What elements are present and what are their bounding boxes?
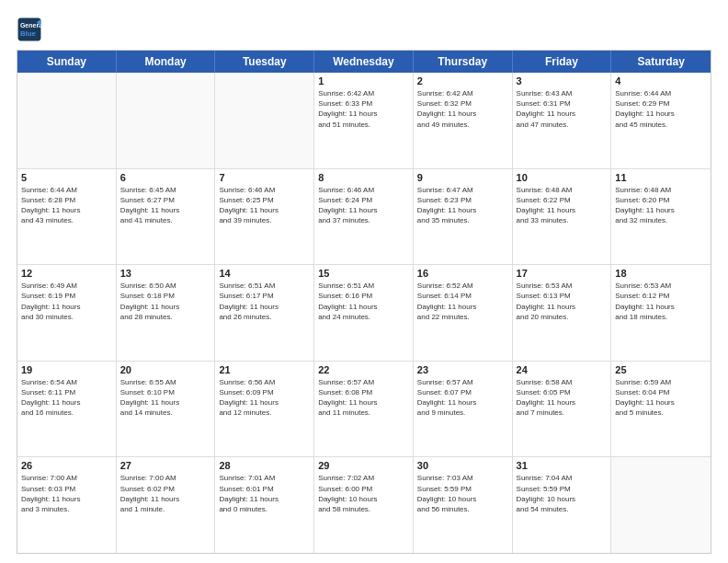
day-info: Sunrise: 6:46 AM Sunset: 6:24 PM Dayligh… bbox=[318, 185, 409, 226]
day-number: 13 bbox=[120, 268, 211, 279]
day-number: 8 bbox=[318, 172, 409, 183]
day-cell: 15Sunrise: 6:51 AM Sunset: 6:16 PM Dayli… bbox=[314, 265, 414, 361]
week-row: 19Sunrise: 6:54 AM Sunset: 6:11 PM Dayli… bbox=[17, 362, 711, 458]
week-row: 5Sunrise: 6:44 AM Sunset: 6:28 PM Daylig… bbox=[17, 169, 711, 266]
day-cell: 19Sunrise: 6:54 AM Sunset: 6:11 PM Dayli… bbox=[17, 362, 117, 457]
header: General Blue bbox=[17, 17, 711, 42]
day-cell: 26Sunrise: 7:00 AM Sunset: 6:03 PM Dayli… bbox=[17, 457, 117, 553]
page: General Blue SundayMondayTuesdayWednesda… bbox=[0, 0, 728, 563]
day-number: 11 bbox=[615, 172, 707, 183]
day-cell: 9Sunrise: 6:47 AM Sunset: 6:23 PM Daylig… bbox=[414, 169, 513, 265]
calendar: SundayMondayTuesdayWednesdayThursdayFrid… bbox=[17, 50, 711, 554]
day-number: 14 bbox=[219, 268, 310, 279]
week-row: 12Sunrise: 6:49 AM Sunset: 6:19 PM Dayli… bbox=[17, 265, 711, 362]
day-header: Thursday bbox=[414, 51, 513, 73]
day-info: Sunrise: 6:52 AM Sunset: 6:14 PM Dayligh… bbox=[417, 281, 508, 322]
day-cell: 6Sunrise: 6:45 AM Sunset: 6:27 PM Daylig… bbox=[117, 169, 216, 265]
day-number: 28 bbox=[219, 460, 310, 471]
day-info: Sunrise: 6:51 AM Sunset: 6:16 PM Dayligh… bbox=[318, 281, 409, 322]
day-number: 26 bbox=[21, 460, 112, 471]
day-cell: 21Sunrise: 6:56 AM Sunset: 6:09 PM Dayli… bbox=[215, 362, 314, 457]
day-number: 25 bbox=[615, 364, 707, 375]
day-cell: 20Sunrise: 6:55 AM Sunset: 6:10 PM Dayli… bbox=[117, 362, 216, 457]
day-info: Sunrise: 6:42 AM Sunset: 6:33 PM Dayligh… bbox=[318, 88, 409, 130]
day-number: 20 bbox=[120, 364, 211, 375]
day-cell: 3Sunrise: 6:43 AM Sunset: 6:31 PM Daylig… bbox=[513, 73, 612, 168]
day-info: Sunrise: 6:43 AM Sunset: 6:31 PM Dayligh… bbox=[517, 88, 608, 130]
day-cell: 1Sunrise: 6:42 AM Sunset: 6:33 PM Daylig… bbox=[314, 73, 414, 168]
day-info: Sunrise: 6:47 AM Sunset: 6:23 PM Dayligh… bbox=[417, 185, 508, 226]
day-info: Sunrise: 6:55 AM Sunset: 6:10 PM Dayligh… bbox=[120, 377, 211, 419]
day-cell: 22Sunrise: 6:57 AM Sunset: 6:08 PM Dayli… bbox=[314, 362, 414, 457]
svg-text:Blue: Blue bbox=[20, 29, 37, 38]
day-number: 15 bbox=[318, 268, 409, 279]
day-info: Sunrise: 7:03 AM Sunset: 5:59 PM Dayligh… bbox=[417, 473, 508, 514]
day-number: 5 bbox=[21, 172, 112, 183]
day-cell: 10Sunrise: 6:48 AM Sunset: 6:22 PM Dayli… bbox=[513, 169, 612, 265]
day-number: 2 bbox=[417, 75, 508, 86]
day-cell: 18Sunrise: 6:53 AM Sunset: 6:12 PM Dayli… bbox=[611, 265, 711, 361]
day-header: Saturday bbox=[611, 51, 711, 73]
day-info: Sunrise: 6:59 AM Sunset: 6:04 PM Dayligh… bbox=[615, 377, 707, 419]
day-info: Sunrise: 7:01 AM Sunset: 6:01 PM Dayligh… bbox=[219, 473, 310, 514]
day-info: Sunrise: 6:57 AM Sunset: 6:08 PM Dayligh… bbox=[318, 377, 409, 419]
day-number: 22 bbox=[318, 364, 409, 375]
day-number: 10 bbox=[517, 172, 608, 183]
day-info: Sunrise: 6:54 AM Sunset: 6:11 PM Dayligh… bbox=[21, 377, 112, 419]
calendar-body: 1Sunrise: 6:42 AM Sunset: 6:33 PM Daylig… bbox=[17, 73, 711, 553]
day-cell: 5Sunrise: 6:44 AM Sunset: 6:28 PM Daylig… bbox=[17, 169, 117, 265]
day-number: 18 bbox=[615, 268, 707, 279]
day-cell: 28Sunrise: 7:01 AM Sunset: 6:01 PM Dayli… bbox=[215, 457, 314, 553]
day-header: Friday bbox=[513, 51, 612, 73]
day-info: Sunrise: 6:58 AM Sunset: 6:05 PM Dayligh… bbox=[517, 377, 608, 419]
day-header: Sunday bbox=[17, 51, 117, 73]
day-info: Sunrise: 6:53 AM Sunset: 6:13 PM Dayligh… bbox=[517, 281, 608, 322]
day-cell: 30Sunrise: 7:03 AM Sunset: 5:59 PM Dayli… bbox=[414, 457, 513, 553]
day-info: Sunrise: 7:00 AM Sunset: 6:03 PM Dayligh… bbox=[21, 473, 112, 514]
day-number: 16 bbox=[417, 268, 508, 279]
day-cell: 25Sunrise: 6:59 AM Sunset: 6:04 PM Dayli… bbox=[611, 362, 711, 457]
day-info: Sunrise: 6:57 AM Sunset: 6:07 PM Dayligh… bbox=[417, 377, 508, 419]
day-number: 19 bbox=[21, 364, 112, 375]
day-cell: 11Sunrise: 6:48 AM Sunset: 6:20 PM Dayli… bbox=[611, 169, 711, 265]
day-headers: SundayMondayTuesdayWednesdayThursdayFrid… bbox=[17, 51, 711, 73]
day-info: Sunrise: 6:42 AM Sunset: 6:32 PM Dayligh… bbox=[417, 88, 508, 130]
day-header: Monday bbox=[117, 51, 216, 73]
day-number: 27 bbox=[120, 460, 211, 471]
day-cell bbox=[117, 73, 216, 168]
week-row: 26Sunrise: 7:00 AM Sunset: 6:03 PM Dayli… bbox=[17, 457, 711, 553]
day-number: 17 bbox=[517, 268, 608, 279]
logo: General Blue bbox=[17, 17, 42, 42]
day-number: 31 bbox=[517, 460, 608, 471]
day-info: Sunrise: 6:48 AM Sunset: 6:20 PM Dayligh… bbox=[615, 185, 707, 226]
day-number: 4 bbox=[615, 75, 707, 86]
day-info: Sunrise: 6:46 AM Sunset: 6:25 PM Dayligh… bbox=[219, 185, 310, 226]
day-cell: 2Sunrise: 6:42 AM Sunset: 6:32 PM Daylig… bbox=[414, 73, 513, 168]
day-header: Tuesday bbox=[215, 51, 314, 73]
day-cell: 12Sunrise: 6:49 AM Sunset: 6:19 PM Dayli… bbox=[17, 265, 117, 361]
day-info: Sunrise: 6:50 AM Sunset: 6:18 PM Dayligh… bbox=[120, 281, 211, 322]
day-info: Sunrise: 7:00 AM Sunset: 6:02 PM Dayligh… bbox=[120, 473, 211, 514]
day-info: Sunrise: 7:04 AM Sunset: 5:59 PM Dayligh… bbox=[517, 473, 608, 514]
day-cell: 31Sunrise: 7:04 AM Sunset: 5:59 PM Dayli… bbox=[513, 457, 612, 553]
logo-icon: General Blue bbox=[17, 17, 42, 42]
day-cell bbox=[611, 457, 711, 553]
day-cell: 29Sunrise: 7:02 AM Sunset: 6:00 PM Dayli… bbox=[314, 457, 414, 553]
day-cell bbox=[215, 73, 314, 168]
day-cell: 7Sunrise: 6:46 AM Sunset: 6:25 PM Daylig… bbox=[215, 169, 314, 265]
day-cell: 4Sunrise: 6:44 AM Sunset: 6:29 PM Daylig… bbox=[611, 73, 711, 168]
day-cell: 27Sunrise: 7:00 AM Sunset: 6:02 PM Dayli… bbox=[117, 457, 216, 553]
day-number: 7 bbox=[219, 172, 310, 183]
day-info: Sunrise: 6:49 AM Sunset: 6:19 PM Dayligh… bbox=[21, 281, 112, 322]
day-info: Sunrise: 6:48 AM Sunset: 6:22 PM Dayligh… bbox=[517, 185, 608, 226]
day-number: 9 bbox=[417, 172, 508, 183]
day-cell: 14Sunrise: 6:51 AM Sunset: 6:17 PM Dayli… bbox=[215, 265, 314, 361]
day-number: 3 bbox=[517, 75, 608, 86]
day-cell: 16Sunrise: 6:52 AM Sunset: 6:14 PM Dayli… bbox=[414, 265, 513, 361]
day-number: 6 bbox=[120, 172, 211, 183]
day-info: Sunrise: 6:51 AM Sunset: 6:17 PM Dayligh… bbox=[219, 281, 310, 322]
day-cell: 8Sunrise: 6:46 AM Sunset: 6:24 PM Daylig… bbox=[314, 169, 414, 265]
day-number: 1 bbox=[318, 75, 409, 86]
day-number: 24 bbox=[517, 364, 608, 375]
day-info: Sunrise: 6:44 AM Sunset: 6:28 PM Dayligh… bbox=[21, 185, 112, 226]
